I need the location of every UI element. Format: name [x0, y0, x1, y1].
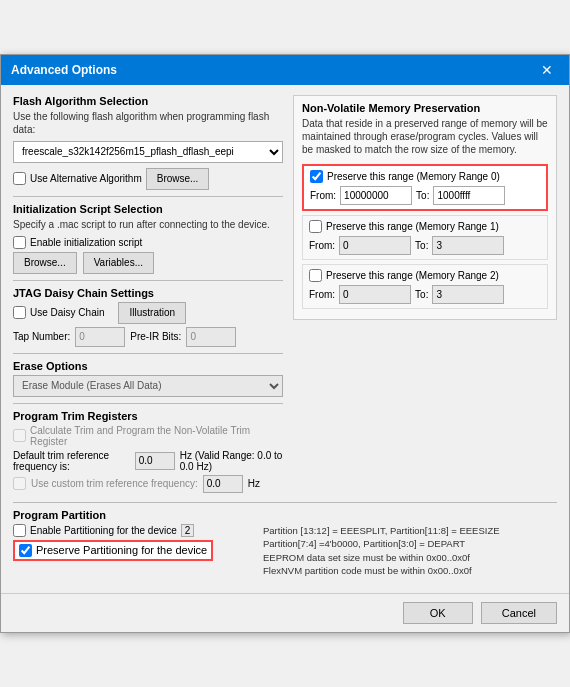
daisy-chain-label: Use Daisy Chain	[30, 307, 104, 318]
partition-info-line1: Partition [13:12] = EEESPLIT, Partition[…	[263, 524, 557, 537]
custom-freq-row: Use custom trim reference frequency: Hz	[13, 475, 283, 493]
non-volatile-title: Non-Volatile Memory Preservation	[302, 102, 548, 114]
enable-init-row: Enable initialization script	[13, 236, 283, 249]
range2-from-label: From:	[309, 289, 335, 300]
range1-from-to: From: To:	[309, 236, 541, 255]
enable-partition-row: Enable Partitioning for the device	[13, 524, 253, 537]
range0-to-label: To:	[416, 190, 429, 201]
init-script-title: Initialization Script Selection	[13, 203, 283, 215]
partition-info-line4: FlexNVM partition code must be within 0x…	[263, 564, 557, 577]
preserve-partition-row: Preserve Partitioning for the device	[13, 540, 213, 561]
range2-to-label: To:	[415, 289, 428, 300]
default-freq-unit: Hz (Valid Range: 0.0 to 0.0 Hz)	[180, 450, 283, 472]
default-freq-input[interactable]	[135, 452, 175, 470]
range1-from-input[interactable]	[339, 236, 411, 255]
range0-label: Preserve this range (Memory Range 0)	[327, 171, 500, 182]
partition-number-input[interactable]	[181, 524, 194, 537]
title-bar: Advanced Options ✕	[1, 55, 569, 85]
preserve-partition-highlighted: Preserve Partitioning for the device	[13, 540, 213, 561]
browse-algorithm-button[interactable]: Browse...	[146, 168, 210, 190]
default-freq-row: Default trim reference frequency is: Hz …	[13, 450, 283, 472]
trim-title: Program Trim Registers	[13, 410, 283, 422]
range1-label: Preserve this range (Memory Range 1)	[326, 221, 499, 232]
alt-algorithm-row: Use Alternative Algorithm Browse...	[13, 168, 283, 190]
erase-options-select[interactable]: Erase Module (Erases All Data)	[13, 375, 283, 397]
tap-number-label: Tap Number:	[13, 331, 70, 342]
init-script-desc: Specify a .mac script to run after conne…	[13, 218, 283, 231]
range0-from-input[interactable]	[340, 186, 412, 205]
pre-ir-input[interactable]	[186, 327, 236, 347]
custom-freq-unit: Hz	[248, 478, 260, 489]
daisy-chain-row: Use Daisy Chain Illustration	[13, 302, 283, 324]
range2-from-input[interactable]	[339, 285, 411, 304]
partition-info-line3: EEPROM data set size must be within 0x00…	[263, 551, 557, 564]
range2-from-to: From: To:	[309, 285, 541, 304]
enable-init-checkbox[interactable]	[13, 236, 26, 249]
range1-checkbox[interactable]	[309, 220, 322, 233]
default-freq-label: Default trim reference frequency is:	[13, 450, 130, 472]
init-btn-row: Browse... Variables...	[13, 252, 283, 274]
illustration-button[interactable]: Illustration	[118, 302, 186, 324]
custom-freq-input[interactable]	[203, 475, 243, 493]
range2-checkbox-row: Preserve this range (Memory Range 2)	[309, 269, 541, 282]
preserve-partition-label: Preserve Partitioning for the device	[36, 544, 207, 556]
calc-trim-checkbox[interactable]	[13, 429, 26, 442]
partition-title: Program Partition	[13, 509, 557, 521]
browse-init-button[interactable]: Browse...	[13, 252, 77, 274]
range0-checkbox[interactable]	[310, 170, 323, 183]
flash-algorithm-title: Flash Algorithm Selection	[13, 95, 283, 107]
range1-to-label: To:	[415, 240, 428, 251]
range1-checkbox-row: Preserve this range (Memory Range 1)	[309, 220, 541, 233]
right-column: Non-Volatile Memory Preservation Data th…	[293, 95, 557, 496]
range0-to-input[interactable]	[433, 186, 505, 205]
range2-to-input[interactable]	[432, 285, 504, 304]
close-button[interactable]: ✕	[535, 61, 559, 79]
cancel-button[interactable]: Cancel	[481, 602, 557, 624]
bottom-bar: OK Cancel	[1, 593, 569, 632]
flash-algorithm-select[interactable]: freescale_s32k142f256m15_pflash_dflash_e…	[13, 141, 283, 163]
enable-partition-label: Enable Partitioning for the device	[30, 525, 177, 536]
partition-row: Enable Partitioning for the device Prese…	[13, 524, 557, 577]
advanced-options-dialog: Advanced Options ✕ Flash Algorithm Selec…	[0, 54, 570, 633]
main-two-col: Flash Algorithm Selection Use the follow…	[13, 95, 557, 496]
custom-freq-label: Use custom trim reference frequency:	[31, 478, 198, 489]
variables-button[interactable]: Variables...	[83, 252, 154, 274]
range0-from-to: From: To:	[310, 186, 540, 205]
range2-label: Preserve this range (Memory Range 2)	[326, 270, 499, 281]
dialog-title: Advanced Options	[11, 63, 117, 77]
ok-button[interactable]: OK	[403, 602, 473, 624]
dialog-content: Flash Algorithm Selection Use the follow…	[1, 85, 569, 587]
range1-from-label: From:	[309, 240, 335, 251]
calc-trim-row: Calculate Trim and Program the Non-Volat…	[13, 425, 283, 447]
partition-info: Partition [13:12] = EEESPLIT, Partition[…	[263, 524, 557, 577]
range2-checkbox[interactable]	[309, 269, 322, 282]
daisy-chain-checkbox[interactable]	[13, 306, 26, 319]
non-volatile-section: Non-Volatile Memory Preservation Data th…	[293, 95, 557, 320]
range2-box: Preserve this range (Memory Range 2) Fro…	[302, 264, 548, 309]
partition-left: Enable Partitioning for the device Prese…	[13, 524, 253, 561]
range1-to-input[interactable]	[432, 236, 504, 255]
pre-ir-label: Pre-IR Bits:	[130, 331, 181, 342]
range0-checkbox-row: Preserve this range (Memory Range 0)	[310, 170, 540, 183]
alt-algorithm-label: Use Alternative Algorithm	[30, 173, 142, 184]
non-volatile-desc: Data that reside in a preserved range of…	[302, 117, 548, 156]
tap-number-input[interactable]	[75, 327, 125, 347]
flash-algorithm-desc: Use the following flash algorithm when p…	[13, 110, 283, 136]
custom-freq-checkbox[interactable]	[13, 477, 26, 490]
jtag-title: JTAG Daisy Chain Settings	[13, 287, 283, 299]
program-partition-section: Program Partition Enable Partitioning fo…	[13, 509, 557, 577]
preserve-partition-checkbox[interactable]	[19, 544, 32, 557]
erase-options-title: Erase Options	[13, 360, 283, 372]
left-column: Flash Algorithm Selection Use the follow…	[13, 95, 283, 496]
range0-box: Preserve this range (Memory Range 0) Fro…	[302, 164, 548, 211]
partition-info-line2: Partition[7:4] =4'b0000, Partition[3:0] …	[263, 537, 557, 550]
enable-init-label: Enable initialization script	[30, 237, 142, 248]
range1-box: Preserve this range (Memory Range 1) Fro…	[302, 215, 548, 260]
tap-number-row: Tap Number: Pre-IR Bits:	[13, 327, 283, 347]
enable-partition-checkbox[interactable]	[13, 524, 26, 537]
calc-trim-label: Calculate Trim and Program the Non-Volat…	[30, 425, 283, 447]
alt-algorithm-checkbox[interactable]	[13, 172, 26, 185]
range0-from-label: From:	[310, 190, 336, 201]
